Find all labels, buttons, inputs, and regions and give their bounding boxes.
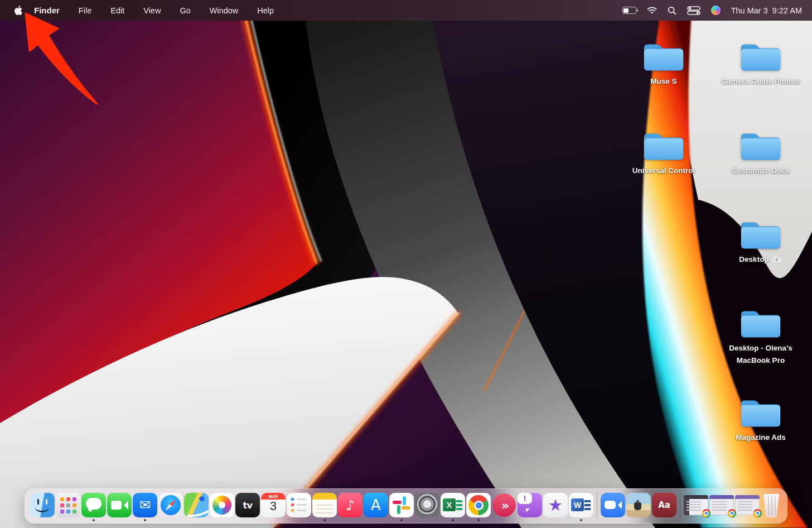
dock-mail[interactable]: ✉: [133, 493, 157, 517]
folder-icon: [738, 395, 783, 430]
menu-file[interactable]: File: [79, 6, 91, 15]
dock-reminders[interactable]: [287, 493, 311, 517]
menu-items: FileEditViewGoWindowHelp: [69, 6, 283, 15]
menu-go[interactable]: Go: [180, 6, 190, 15]
folder-icon: [738, 39, 783, 74]
dock-music[interactable]: ♪: [338, 493, 362, 517]
chrome-badge-icon: [728, 509, 736, 517]
desktop-folder-customize-dock[interactable]: Customize Dock: [713, 128, 808, 177]
dock-word[interactable]: W: [569, 493, 593, 517]
dock-divider: [597, 492, 597, 519]
dock-messages[interactable]: [81, 493, 106, 517]
folder-icon: [738, 217, 783, 252]
menu-view[interactable]: View: [143, 6, 161, 15]
menu-bar-status: Thu Mar 3 9:22 AM: [622, 6, 812, 15]
folder-label: Muse S: [616, 75, 711, 88]
dock-facetime[interactable]: [107, 493, 132, 517]
dock-minwin1[interactable]: [684, 495, 708, 515]
dock-finder[interactable]: [30, 493, 55, 517]
folder-label: Desktop - Olena’s MacBook Pro: [713, 342, 808, 367]
running-indicator: [580, 519, 582, 521]
desktop-folder-universal-control[interactable]: Universal Control: [616, 128, 711, 177]
desktop-folder-muse-s[interactable]: Muse S: [616, 39, 711, 88]
dock-launchpad[interactable]: [56, 493, 80, 517]
icloud-status-icon: [771, 256, 782, 263]
menu-edit[interactable]: Edit: [110, 6, 124, 15]
folder-icon: [641, 128, 686, 164]
dock: ✉tvMAR3♪AX»!★WAa: [25, 488, 787, 524]
desktop-folder-desktop-olena-s-macbook-pro[interactable]: Desktop - Olena’s MacBook Pro: [713, 306, 808, 367]
dock-excel[interactable]: X: [441, 493, 465, 517]
running-indicator: [144, 519, 146, 521]
clock-date: Thu Mar 3: [731, 6, 768, 15]
menu-bar: Finder FileEditViewGoWindowHelp Thu Mar …: [0, 0, 812, 21]
dock-dictionary[interactable]: Aa: [652, 493, 676, 517]
dock-skitch[interactable]: »: [492, 493, 516, 517]
folder-icon: [641, 39, 686, 74]
battery-icon[interactable]: [622, 7, 636, 14]
folder-icon: [738, 306, 783, 341]
running-indicator: [400, 519, 403, 521]
running-indicator: [477, 519, 480, 521]
menu-bar-left: Finder FileEditViewGoWindowHelp: [0, 6, 283, 16]
dock-imovie[interactable]: ★: [543, 493, 568, 517]
dock-minwin2[interactable]: [709, 495, 734, 515]
dock-appstore[interactable]: A: [364, 493, 388, 517]
dock-sysprefs[interactable]: [415, 493, 439, 517]
dock-minwin3[interactable]: [735, 495, 760, 515]
control-center-icon[interactable]: [687, 6, 700, 15]
chrome-badge-icon: [702, 509, 710, 517]
folder-label: Camera Guide Photos: [713, 75, 808, 88]
desktop-folder-magazine-ads[interactable]: Magazine Ads: [713, 395, 808, 444]
folder-label: Universal Control: [616, 165, 711, 177]
menu-bar-clock[interactable]: Thu Mar 3 9:22 AM: [731, 6, 802, 15]
dock-calendar[interactable]: MAR3: [261, 493, 286, 517]
spotlight-search-icon[interactable]: [668, 6, 676, 15]
apple-logo-icon: [14, 6, 22, 15]
siri-icon[interactable]: [711, 6, 721, 15]
desktop-folders: Muse SCamera Guide PhotosUniversal Contr…: [0, 0, 812, 528]
desktop-folder-desktop[interactable]: Desktop: [713, 217, 808, 266]
dock-chrome[interactable]: [466, 493, 491, 517]
dock-appletv[interactable]: tv: [235, 493, 260, 517]
folder-label: Desktop: [713, 253, 808, 266]
folder-label: Customize Dock: [713, 165, 808, 177]
apple-menu[interactable]: [14, 6, 23, 16]
dock-safari[interactable]: [158, 493, 183, 517]
menu-window[interactable]: Window: [210, 6, 239, 15]
dock-divider: [680, 492, 680, 519]
dock-trash[interactable]: [761, 493, 782, 517]
folder-icon: [738, 128, 783, 164]
dock-maps[interactable]: [184, 493, 209, 517]
dock-notes[interactable]: [312, 493, 337, 517]
wifi-icon[interactable]: [647, 7, 657, 15]
dock-slack[interactable]: [389, 493, 414, 517]
clock-time: 9:22 AM: [772, 6, 802, 15]
running-indicator: [452, 519, 454, 521]
dock-feedback[interactable]: !: [518, 493, 542, 517]
dock-zoomapp[interactable]: [601, 493, 625, 517]
folder-label: Magazine Ads: [713, 431, 808, 444]
dock-preview[interactable]: [626, 493, 651, 517]
chrome-badge-icon: [753, 509, 762, 517]
running-indicator: [93, 519, 95, 521]
running-indicator: [323, 519, 326, 521]
menu-help[interactable]: Help: [257, 6, 274, 15]
dock-photos[interactable]: [210, 493, 234, 517]
app-menu-finder[interactable]: Finder: [34, 6, 60, 15]
desktop-folder-camera-guide-photos[interactable]: Camera Guide Photos: [713, 39, 808, 88]
